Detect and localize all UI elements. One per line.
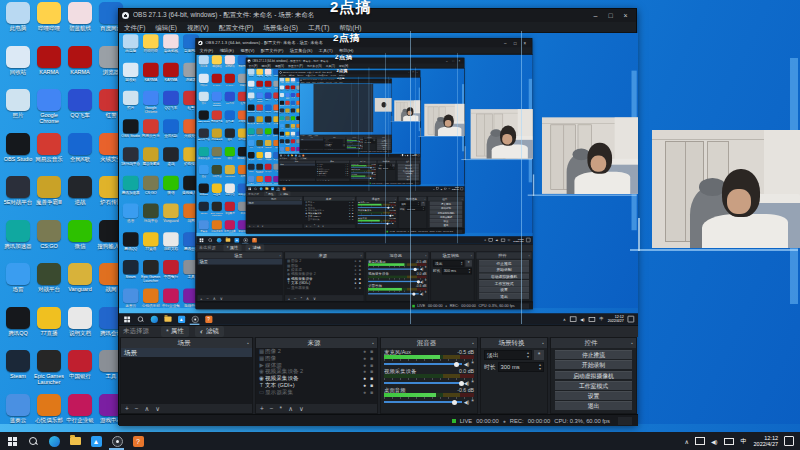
source-row[interactable]: ▦图像●■ <box>256 355 377 362</box>
gear-icon[interactable]: * <box>395 222 396 225</box>
taskbar-app-orange[interactable]: ? <box>205 315 213 323</box>
ime-indicator[interactable]: 中 <box>507 238 510 243</box>
desktop-icon[interactable]: 魔兽争霸Ⅲ <box>256 116 264 127</box>
desktop-icon[interactable]: KARMA <box>224 74 237 92</box>
menu-item[interactable]: 工具(T) <box>303 22 334 33</box>
lock-icon[interactable]: ■ <box>368 382 375 389</box>
transition-select[interactable]: 淡出▴▾ <box>484 350 532 360</box>
desktop-icon[interactable]: Steam <box>3 350 33 392</box>
desktop-icon[interactable]: 说明文档 <box>65 307 95 349</box>
desktop-icon[interactable]: QQ飞车 <box>264 93 272 104</box>
taskbar-app-obs[interactable] <box>243 237 248 242</box>
source-row[interactable]: ▭显示器采集●■ <box>285 285 363 289</box>
desktop-icon[interactable]: CS:GO <box>211 147 224 165</box>
desktop-icon[interactable]: 哔哩哔哩 <box>34 2 64 44</box>
scenes-tool-button[interactable]: − <box>206 295 208 301</box>
volume-slider[interactable] <box>384 380 462 386</box>
source-row[interactable]: ◉视频采集设备 2●■ <box>324 143 345 144</box>
pin-icon[interactable]: ▪ <box>462 198 464 201</box>
desktop-icon[interactable]: 此电脑 <box>247 69 255 80</box>
pin-icon[interactable]: ▪ <box>372 340 377 346</box>
sources-tool-button[interactable]: ∨ <box>313 295 316 301</box>
battery-icon[interactable] <box>407 155 409 156</box>
desktop-icon[interactable]: KARMA <box>161 63 180 90</box>
desktop-icon[interactable]: 迅雷 <box>3 263 33 305</box>
taskbar-app-blue[interactable]: ▲ <box>271 187 274 190</box>
desktop-icon[interactable]: 此电脑 <box>3 2 33 44</box>
pin-icon[interactable]: ▪ <box>471 254 474 258</box>
desktop-icon[interactable]: 逆战 <box>65 176 95 218</box>
pin-icon[interactable]: ▪ <box>300 198 302 201</box>
speaker-icon[interactable]: ◀) <box>711 438 718 445</box>
start-button[interactable] <box>248 187 251 190</box>
duration-field[interactable]: 300 ms▴▾ <box>498 362 544 372</box>
lock-icon[interactable]: ■ <box>344 143 345 144</box>
taskbar-app-orange[interactable]: ? <box>132 435 144 447</box>
desktop-icon[interactable]: 哔哩哔哩 <box>141 34 160 61</box>
properties-button[interactable]: *属性 <box>223 244 241 251</box>
tray-clock[interactable]: 12:12 2022/4/27 <box>513 237 523 242</box>
transition-gear-button[interactable]: * <box>534 350 544 360</box>
slider-handle[interactable] <box>417 280 420 283</box>
desktop-icon[interactable]: 77直播 <box>34 307 64 349</box>
tray-expand-icon[interactable]: ∧ <box>433 188 434 190</box>
desktop-icon[interactable]: 腾讯加速器 <box>121 175 140 202</box>
taskbar-app-obs[interactable] <box>191 315 199 323</box>
gear-icon[interactable]: * <box>471 380 474 386</box>
desktop-icon[interactable]: OBS Studio <box>247 104 255 115</box>
desktop-icon[interactable]: OBS Studio <box>3 133 33 175</box>
desktop-icon[interactable]: 哔哩哔哩 <box>211 55 224 73</box>
desktop-icon[interactable]: 照片 <box>3 89 33 131</box>
notification-icon[interactable] <box>628 316 634 322</box>
desktop-icon[interactable]: KARMA <box>34 46 64 88</box>
pin-icon[interactable]: ▪ <box>353 198 355 201</box>
sources-tool-button[interactable]: + <box>288 295 290 301</box>
desktop-icon[interactable]: Google Chrome <box>211 92 224 110</box>
desktop-icon[interactable]: 照片 <box>197 92 210 110</box>
sources-tool-button[interactable]: ∧ <box>306 295 309 301</box>
desktop-icon[interactable]: Epic Games Launcher <box>256 164 264 175</box>
desktop-icon[interactable]: 77直播 <box>141 232 160 259</box>
eye-icon[interactable]: ● <box>361 355 368 362</box>
desktop-icon[interactable]: 中国银行 <box>264 164 272 175</box>
desktop-icon[interactable]: QQ飞车 <box>224 92 237 110</box>
desktop-icon[interactable]: KARMA <box>65 46 95 88</box>
pin-icon[interactable]: ▪ <box>279 254 282 258</box>
desktop-icon[interactable]: 对战平台 <box>256 140 264 151</box>
speaker-icon[interactable]: ◀) <box>464 361 470 367</box>
desktop-icon[interactable]: 逆战 <box>161 147 180 174</box>
control-button[interactable]: 工作室模式 <box>555 381 632 390</box>
speaker-icon[interactable]: ◀) <box>391 222 393 225</box>
scenes-tool-button[interactable]: ∧ <box>145 404 150 413</box>
lock-icon[interactable]: ■ <box>344 146 345 147</box>
source-row[interactable]: ▭显示器采集●■ <box>316 174 349 176</box>
source-row[interactable]: ▦图像 2●■ <box>256 348 377 355</box>
control-button[interactable]: 停止推流 <box>555 350 632 359</box>
desktop-icon[interactable]: 此电脑 <box>121 34 140 61</box>
desktop-icon[interactable]: 5E对战平台 <box>121 147 140 174</box>
notification-icon[interactable] <box>526 238 530 242</box>
lock-icon[interactable]: ■ <box>368 362 375 369</box>
transition-gear-button[interactable]: * <box>421 202 425 206</box>
eye-icon[interactable]: ● <box>361 389 368 396</box>
close-button[interactable]: × <box>618 9 633 22</box>
taskbar-app-explorer[interactable] <box>225 237 230 242</box>
tray-expand-icon[interactable]: ∧ <box>484 239 486 242</box>
taskbar-app-explorer[interactable] <box>265 187 268 190</box>
taskbar-app-edge[interactable] <box>48 435 60 447</box>
scene-item[interactable]: 场景 <box>247 201 302 205</box>
battery-icon[interactable] <box>588 317 594 322</box>
speaker-icon[interactable]: ◀) <box>420 280 424 284</box>
tray-expand-icon[interactable]: ∧ <box>685 438 689 445</box>
pin-icon[interactable]: ▪ <box>631 340 636 346</box>
gear-icon[interactable]: * <box>471 399 474 405</box>
desktop-icon[interactable]: 逆战 <box>224 128 237 146</box>
search-button[interactable] <box>27 435 39 447</box>
desktop-icon[interactable]: 5E对战平台 <box>247 116 255 127</box>
lock-icon[interactable]: ■ <box>368 375 375 382</box>
desktop-icon[interactable]: 碧蓝航线 <box>264 69 272 80</box>
slider-handle[interactable] <box>359 148 360 149</box>
menu-item[interactable]: 编辑(E) <box>217 47 238 54</box>
desktop-icon[interactable]: 此电脑 <box>197 55 210 73</box>
eye-icon[interactable]: ● <box>361 375 368 382</box>
